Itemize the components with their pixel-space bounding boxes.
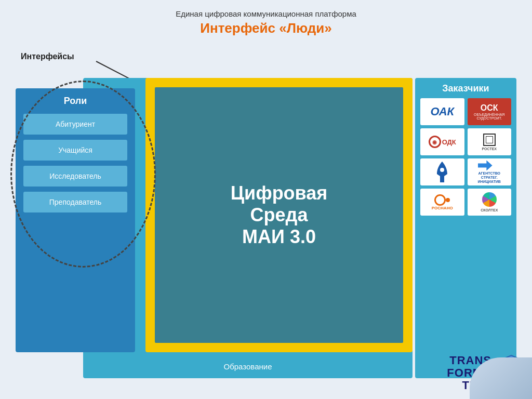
logo-odk: ◉ ОДК	[420, 128, 464, 155]
customers-panel: Заказчики ОАК ОСК ОБЪЕДИНЁННАЯ СУДОСТРОИ…	[415, 78, 516, 378]
header-subtitle: Единая цифровая коммуникационная платфор…	[0, 9, 532, 18]
digital-env-text: Цифровая Среда МАИ 3.0	[231, 182, 328, 248]
logo-asi: АГЕНТСТВОСТРАТЕГ.ИНИЦИАТИВ	[468, 158, 512, 185]
role-btn-abiturient[interactable]: Абитуриент	[23, 114, 127, 135]
header: Единая цифровая коммуникационная платфор…	[0, 0, 532, 42]
logo-rosnano: РОСНАНО	[420, 189, 464, 216]
roles-title: Роли	[23, 96, 127, 107]
digital-line1: Цифровая	[231, 182, 328, 204]
logo-oak: ОАК	[420, 98, 464, 125]
inner-teal: Цифровая Среда МАИ 3.0	[155, 87, 403, 343]
role-btn-researcher[interactable]: Исследователь	[23, 166, 127, 187]
digital-line2: Среда	[231, 204, 328, 226]
logo-rostec: РОСТЕХ	[468, 128, 512, 155]
svg-point-2	[440, 168, 444, 172]
customers-title: Заказчики	[420, 83, 511, 94]
interfaces-label: Интерфейсы	[21, 52, 74, 61]
header-title: Интерфейс «Люди»	[0, 20, 532, 36]
yellow-border: Цифровая Среда МАИ 3.0	[145, 78, 413, 352]
role-btn-student[interactable]: Учащийся	[23, 140, 127, 161]
roles-panel: Роли Абитуриент Учащийся Исследователь П…	[16, 88, 135, 352]
main-area: Интерфейсы Исследования и start up Образ…	[16, 52, 516, 378]
yellow-frame-area: Цифровая Среда МАИ 3.0	[145, 78, 413, 352]
digital-line3: МАИ 3.0	[231, 226, 328, 248]
logo-skolkovo: СКОЛТЕХ	[468, 189, 512, 216]
bottom-section-label: Образование	[83, 357, 413, 378]
role-btn-teacher[interactable]: Преподаватель	[23, 192, 127, 212]
logos-grid: ОАК ОСК ОБЪЕДИНЁННАЯ СУДОСТРОИТ. ◉ ОДК	[420, 98, 511, 216]
page-container: Единая цифровая коммуникационная платфор…	[0, 0, 532, 399]
logo-rocket	[420, 158, 464, 185]
logo-osk: ОСК ОБЪЕДИНЁННАЯ СУДОСТРОИТ.	[468, 98, 512, 125]
